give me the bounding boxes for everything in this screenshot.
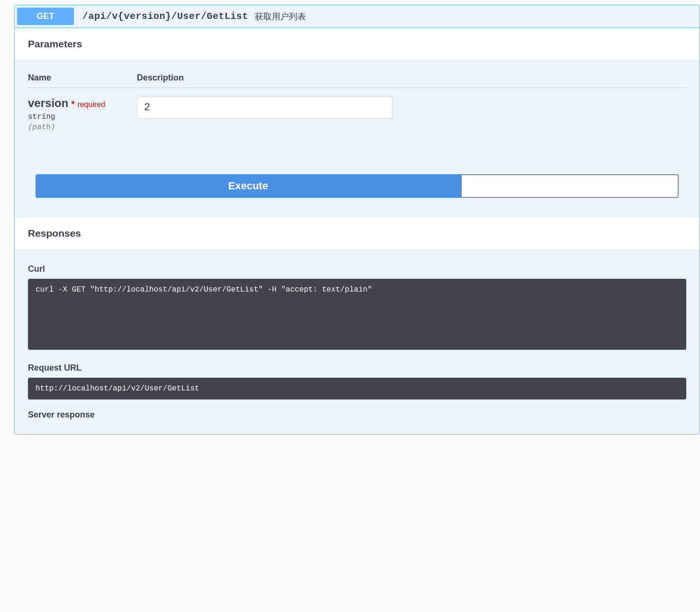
responses-section-title: Responses bbox=[15, 217, 700, 250]
required-text: required bbox=[77, 100, 105, 109]
param-column-description-header: Description bbox=[137, 73, 184, 83]
param-row-version: version * required string (path) bbox=[28, 97, 686, 132]
responses-body: Curl curl -X GET "http://localhost/api/v… bbox=[15, 250, 700, 434]
http-method-badge: GET bbox=[17, 8, 74, 25]
clear-button[interactable] bbox=[461, 174, 679, 198]
execute-button[interactable]: Execute bbox=[36, 174, 461, 198]
parameters-section-title: Parameters bbox=[15, 28, 700, 61]
request-url-heading: Request URL bbox=[28, 363, 686, 373]
parameters-area: Name Description version * required stri… bbox=[15, 61, 700, 217]
required-star-icon: * bbox=[71, 99, 74, 109]
curl-heading: Curl bbox=[28, 264, 686, 274]
request-url-block[interactable]: http://localhost/api/v2/User/GetList bbox=[28, 378, 686, 399]
server-response-heading: Server response bbox=[28, 410, 686, 420]
operation-description: 获取用户列表 bbox=[255, 11, 306, 22]
param-column-name-header: Name bbox=[28, 73, 137, 83]
param-name-label: version bbox=[28, 97, 68, 110]
param-type-label: string bbox=[28, 113, 137, 121]
curl-code-block[interactable]: curl -X GET "http://localhost/api/v2/Use… bbox=[28, 279, 686, 350]
param-value-input[interactable] bbox=[137, 97, 393, 119]
operation-summary-bar[interactable]: GET /api/v{version}/User/GetList 获取用户列表 bbox=[15, 5, 700, 28]
api-operation-block: GET /api/v{version}/User/GetList 获取用户列表 … bbox=[14, 5, 700, 435]
operation-path: /api/v{version}/User/GetList bbox=[82, 11, 248, 22]
param-location-label: (path) bbox=[28, 123, 137, 132]
